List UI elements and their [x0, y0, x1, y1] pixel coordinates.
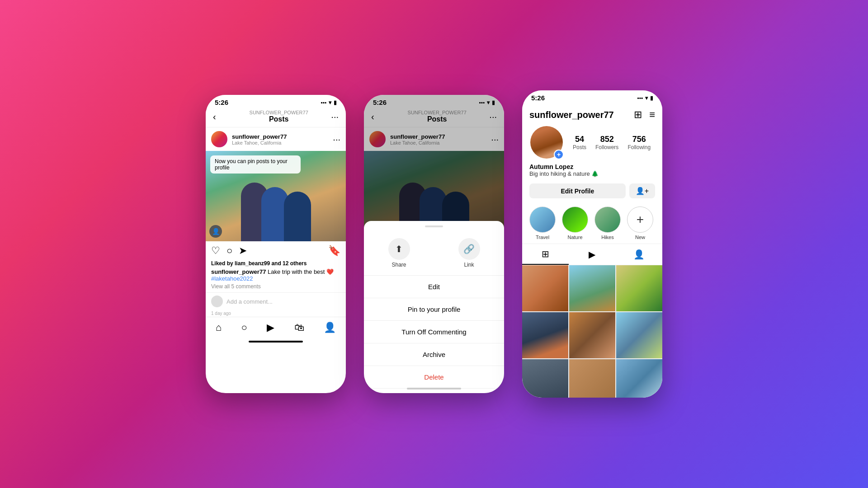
sheet-handle — [425, 225, 443, 227]
profile-top-icons: ⊞ ≡ — [634, 109, 655, 121]
post-timestamp: 1 day ago — [206, 310, 346, 317]
hashtag[interactable]: #laketahoe2022 — [211, 275, 253, 282]
highlight-circle-nature — [562, 206, 588, 233]
grid-photo-8[interactable] — [569, 359, 615, 398]
archive-menu-item[interactable]: Archive — [364, 343, 504, 366]
highlight-label-new: New — [635, 235, 645, 240]
following-stat[interactable]: 756 Following — [627, 135, 651, 150]
link-icon-circle: 🔗 — [458, 238, 480, 260]
more-options-1[interactable]: ··· — [331, 112, 339, 122]
like-icon[interactable]: ♡ — [211, 245, 220, 257]
search-nav-icon[interactable]: ○ — [241, 322, 247, 333]
post-image-1: Now you can pin posts to your profile 👤 — [206, 151, 346, 241]
nav-header-1: ‹ SUNFLOWER_POWER77 Posts ··· — [206, 108, 346, 127]
status-icons-1: ▪▪▪ ▾ ▮ — [321, 99, 337, 106]
shop-nav-icon[interactable]: 🛍 — [294, 322, 304, 333]
photo-grid — [522, 265, 662, 398]
sheet-icon-row: ⬆ Share 🔗 Link — [364, 231, 504, 276]
view-comments[interactable]: View all 5 comments — [211, 283, 340, 290]
highlight-new[interactable]: + New — [627, 206, 653, 240]
link-label: Link — [464, 262, 474, 268]
share-icon[interactable]: ➤ — [239, 245, 247, 257]
followers-label: Followers — [595, 144, 618, 150]
post-actions-1: ♡ ○ ➤ 🔖 — [206, 241, 346, 260]
highlight-circle-new: + — [627, 206, 653, 233]
highlight-hikes[interactable]: Hikes — [594, 206, 621, 240]
add-person-button[interactable]: 👤+ — [629, 183, 655, 198]
pin-menu-item[interactable]: Pin to your profile — [364, 298, 504, 321]
highlight-label-travel: Travel — [536, 235, 549, 240]
posts-stat[interactable]: 54 Posts — [573, 135, 586, 150]
bottom-nav-1: ⌂ ○ ▶ 🛍 👤 — [206, 317, 346, 337]
grid-photo-9[interactable] — [616, 359, 662, 398]
grid-photo-6[interactable] — [616, 312, 662, 358]
comment-avatar — [211, 296, 223, 307]
reels-nav-icon[interactable]: ▶ — [267, 322, 274, 333]
comment-box-1: Add a comment... — [206, 292, 346, 310]
tab-grid[interactable]: ⊞ — [522, 244, 569, 265]
comment-icon[interactable]: ○ — [226, 245, 232, 257]
grid-photo-4[interactable] — [522, 312, 568, 358]
battery-icon: ▮ — [334, 99, 337, 106]
link-button[interactable]: 🔗 Link — [434, 235, 504, 272]
grid-photo-1[interactable] — [522, 265, 568, 311]
following-label: Following — [627, 144, 651, 150]
phone-2: 5:26 ▪▪▪ ▾ ▮ ‹ SUNFLOWER_POWER77 Posts ·… — [364, 95, 504, 393]
profile-top: sunflower_power77 ⊞ ≡ — [529, 109, 655, 121]
person-3 — [284, 192, 311, 241]
highlight-label-hikes: Hikes — [601, 235, 614, 240]
highlight-circle-hikes — [594, 206, 621, 233]
bio-name: Autumn Lopez — [529, 163, 655, 170]
followers-stat[interactable]: 852 Followers — [595, 135, 618, 150]
home-bar-2 — [407, 388, 461, 389]
bookmark-icon[interactable]: 🔖 — [328, 245, 340, 257]
caption-username[interactable]: sunflower_power77 — [211, 268, 266, 275]
profile-nav-icon[interactable]: 👤 — [324, 322, 336, 333]
edit-profile-button[interactable]: Edit Profile — [529, 183, 626, 198]
post-caption: sunflower_power77 Lake trip with the bes… — [211, 268, 340, 282]
share-icon-circle: ⬆ — [388, 238, 410, 260]
share-label: Share — [392, 262, 406, 268]
comment-input[interactable]: Add a comment... — [226, 298, 273, 305]
status-icons-3: ▪▪▪ ▾ ▮ — [637, 95, 653, 101]
menu-icon[interactable]: ≡ — [649, 109, 655, 121]
tab-tagged[interactable]: 👤 — [616, 244, 662, 265]
add-post-icon[interactable]: ⊞ — [634, 109, 642, 121]
following-count: 756 — [627, 135, 651, 144]
post-header-1: sunflower_power77 Lake Tahoe, California… — [206, 127, 346, 151]
nav-title-1: Posts — [269, 115, 289, 123]
back-button-1[interactable]: ‹ — [213, 112, 226, 122]
image-people — [206, 174, 346, 241]
pin-tooltip: Now you can pin posts to your profile — [210, 155, 301, 174]
share-button[interactable]: ⬆ Share — [364, 235, 434, 272]
tab-reels[interactable]: ▶ — [569, 244, 615, 265]
bio-section: Autumn Lopez Big into hiking & nature 🌲 — [522, 163, 662, 181]
edit-menu-item[interactable]: Edit — [364, 276, 504, 298]
battery-icon-3: ▮ — [650, 95, 653, 101]
posts-count: 54 — [573, 135, 586, 144]
time-3: 5:26 — [531, 94, 545, 102]
followers-count: 852 — [595, 135, 618, 144]
profile-header: sunflower_power77 ⊞ ≡ + 54 Posts 852 Fol… — [522, 103, 662, 163]
post-location-1: Lake Tahoe, California — [232, 140, 328, 145]
highlight-label-nature: Nature — [567, 235, 582, 240]
home-nav-icon[interactable]: ⌂ — [216, 322, 222, 333]
grid-photo-2[interactable] — [569, 265, 615, 311]
highlights-row: Travel Nature Hikes + New — [522, 203, 662, 244]
post-more-1[interactable]: ··· — [333, 134, 340, 145]
grid-photo-7[interactable] — [522, 359, 568, 398]
post-username-1[interactable]: sunflower_power77 — [232, 133, 328, 140]
home-indicator-2 — [364, 384, 504, 393]
grid-photo-3[interactable] — [616, 265, 662, 311]
highlight-travel[interactable]: Travel — [529, 206, 556, 240]
status-bar-3: 5:26 ▪▪▪ ▾ ▮ — [522, 90, 662, 103]
liked-by: Liked by liam_beanz99 and 12 others — [211, 260, 340, 267]
liker-username[interactable]: liam_beanz99 — [235, 260, 270, 267]
tag-user-icon: 👤 — [209, 225, 222, 238]
grid-photo-5[interactable] — [569, 312, 615, 358]
turn-off-commenting-item[interactable]: Turn Off Commenting — [364, 321, 504, 343]
add-story-badge[interactable]: + — [554, 150, 564, 160]
home-bar — [249, 341, 303, 343]
highlight-nature[interactable]: Nature — [562, 206, 588, 240]
posts-label: Posts — [573, 144, 586, 150]
